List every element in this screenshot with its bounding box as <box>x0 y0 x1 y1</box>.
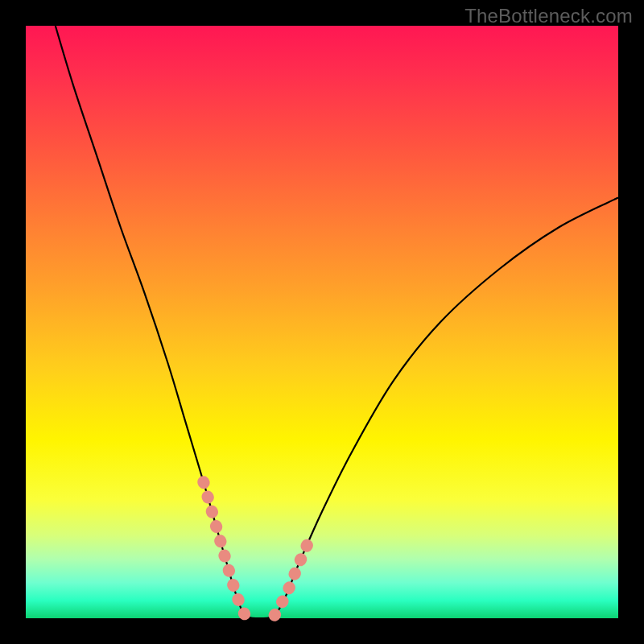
curve-svg <box>26 26 618 618</box>
marker-segment <box>275 539 310 616</box>
marker-segment <box>204 482 246 616</box>
attribution-text: TheBottleneck.com <box>464 5 633 27</box>
plot-area <box>26 26 618 618</box>
marker-group <box>204 482 310 616</box>
chart-frame: TheBottleneck.com <box>0 0 644 644</box>
bottleneck-curve-path <box>56 26 618 618</box>
